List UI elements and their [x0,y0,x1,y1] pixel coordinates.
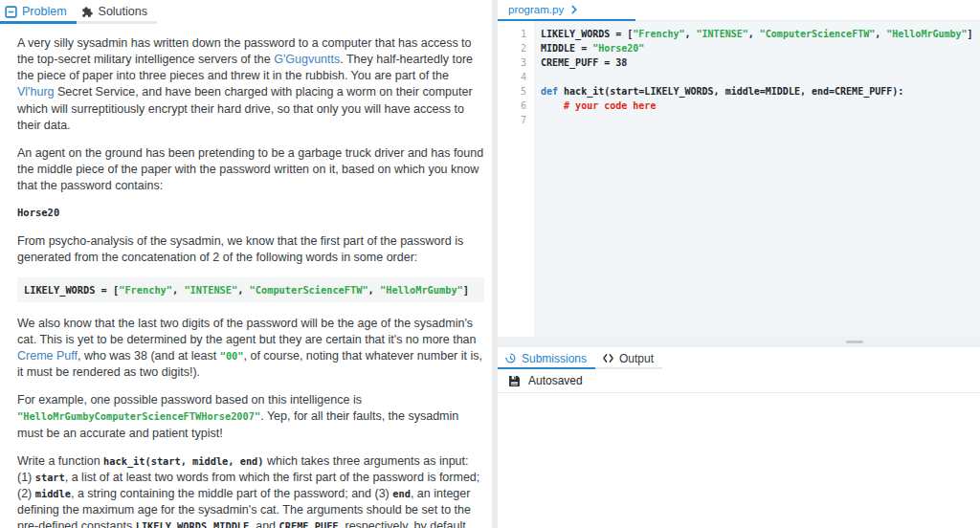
document-icon [5,6,17,18]
text-run: Write a function [17,454,103,468]
likely-words-code-block: LIKELY_WORDS = ["Frenchy", "INTENSE", "C… [17,277,484,302]
code-token: hack_it(start=LIKELY_WORDS, middle=MIDDL… [558,86,903,97]
code-line[interactable] [541,113,980,127]
code-string: "ComputerScienceFTW" [250,284,368,296]
code-icon [602,353,614,363]
code-editor[interactable]: 1234567 LIKELY_WORDS = ["Frenchy", "INTE… [498,21,980,337]
inline-code: middle [35,488,71,499]
middle-piece-code: Horse20 [17,206,484,219]
code-line[interactable]: MIDDLE = "Horse20" [541,41,980,55]
inline-code: hack_it(start, middle, end) [103,455,263,467]
inline-code: "HelloMrGumbyComputerScienceFTWHorse2007… [17,410,260,422]
tab-submissions-label: Submissions [522,352,587,365]
code-string: "INTENSE" [184,284,237,296]
problem-panel: Problem Solutions A very silly sysadmin … [0,0,492,528]
autosave-status: Autosaved [498,369,980,393]
problem-paragraph-5: For example, one possible password based… [17,392,484,441]
editor-code[interactable]: LIKELY_WORDS = ["Frenchy", "INTENSE", "C… [534,21,980,337]
code-run: , [172,284,184,296]
code-token: MIDDLE = [541,43,592,54]
code-run: , [368,284,380,296]
puzzle-icon [81,6,94,18]
line-number: 5 [498,84,534,99]
code-line[interactable] [541,70,980,84]
line-number: 1 [498,27,534,41]
line-number: 6 [498,99,534,113]
tab-problem[interactable]: Problem [0,0,77,24]
code-token: CREME_PUFF = 38 [541,57,627,68]
code-token: # your code here [541,100,656,111]
tab-solutions[interactable]: Solutions [77,0,157,24]
tab-output-label: Output [619,352,654,365]
history-icon [504,352,517,364]
editor-gutter: 1234567 [498,21,534,337]
chevron-right-icon [571,5,578,14]
problem-paragraph-2: An agent on the ground has been pretendi… [17,145,484,194]
tab-solutions-label: Solutions [99,5,147,18]
tab-program-py-label: program.py [508,4,564,15]
problem-paragraph-6: Write a function hack_it(start, middle, … [17,453,484,528]
code-token: "ComputerScienceFTW" [760,29,875,39]
problem-tabbar: Problem Solutions [0,0,492,24]
inline-code: LIKELY_WORDS [136,520,207,528]
code-line[interactable]: CREME_PUFF = 38 [541,55,980,70]
code-token: ] [968,29,973,39]
inline-code: "00" [220,350,244,362]
editor-tabbar: program.py [498,0,980,21]
problem-content: A very silly sysadmin has written down t… [0,24,492,528]
code-line[interactable]: # your code here [541,99,980,113]
link-creme-puff[interactable]: Creme Puff [17,349,78,363]
app-window: Problem Solutions A very silly sysadmin … [0,0,980,528]
panel-splitter[interactable] [498,337,980,347]
code-token: "INTENSE" [697,29,748,39]
text-run: We also know that the last two digits of… [17,317,477,346]
text-run: , and [249,519,278,528]
line-number: 2 [498,41,534,55]
inline-code: end [392,488,411,499]
code-token: "Frenchy" [633,29,684,39]
code-token: , [875,29,886,39]
tab-output[interactable]: Output [595,347,662,369]
code-run: LIKELY_WORDS = [ [24,284,119,296]
code-token: LIKELY_WORDS = [ [541,29,633,39]
inline-code: MIDDLE [213,520,249,528]
save-icon [508,375,521,387]
line-number: 3 [498,55,534,70]
tab-problem-label: Problem [22,5,67,18]
code-token: "Horse20" [592,43,644,54]
code-string: "HelloMrGumby" [380,284,463,296]
code-line[interactable]: def hack_it(start=LIKELY_WORDS, middle=M… [541,84,980,99]
inline-code: CREME_PUFF [279,520,339,528]
bottom-tabbar: Submissions Output [498,347,980,369]
autosave-label: Autosaved [528,374,583,387]
text-run: For example, one possible password based… [17,393,362,407]
problem-paragraph-4: We also know that the last two digits of… [17,316,484,382]
code-run: ] [463,284,469,296]
link-ggugvuntts[interactable]: G'Gugvuntts [274,53,340,66]
tab-program-py[interactable]: program.py [498,0,635,21]
code-run: , [237,284,249,296]
code-token: def [541,86,558,97]
problem-paragraph-1: A very silly sysadmin has written down t… [17,35,484,134]
text-run: Secret Service, and have been charged wi… [17,85,473,131]
editor-panel: program.py 1234567 LIKELY_WORDS = ["Fren… [498,0,980,528]
line-number: 4 [498,70,534,84]
code-token: , [748,29,760,39]
text-run: , who was 38 (and at least [78,349,220,363]
problem-paragraph-3: From psycho-analysis of the sysadmin, we… [17,233,484,266]
bottom-empty-area [498,393,980,528]
inline-code: start [35,472,65,483]
drag-handle-icon[interactable] [846,341,863,343]
link-vlhurg[interactable]: Vl'hurg [17,85,55,99]
tab-submissions[interactable]: Submissions [498,347,595,369]
text-run: , a string containing the middle part of… [71,487,392,500]
line-number: 7 [498,113,534,127]
code-string: "Frenchy" [119,284,172,296]
code-token: "HelloMrGumby" [886,29,967,39]
code-token: , [685,29,697,39]
code-line[interactable]: LIKELY_WORDS = ["Frenchy", "INTENSE", "C… [541,27,980,41]
